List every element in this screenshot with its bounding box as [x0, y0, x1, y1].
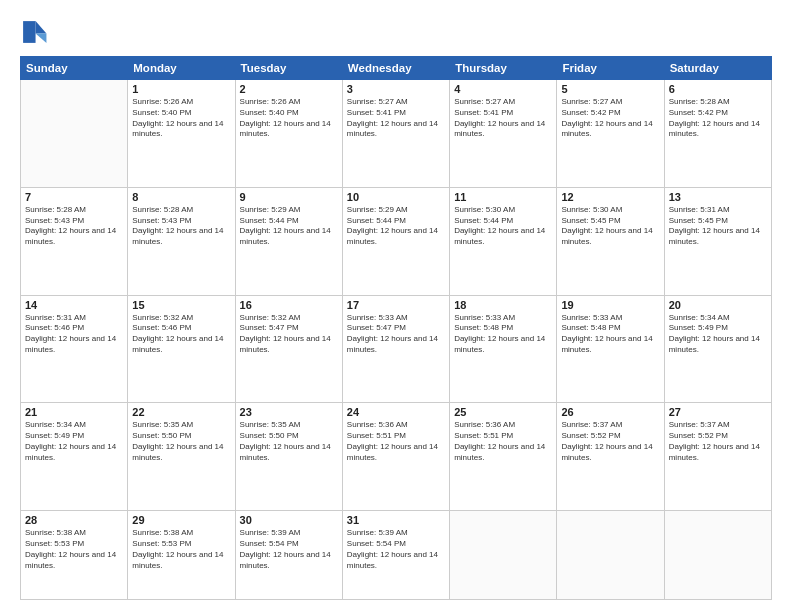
day-info: Sunrise: 5:32 AM Sunset: 5:46 PM Dayligh… [132, 313, 230, 356]
day-number: 26 [561, 406, 659, 418]
day-info: Sunrise: 5:26 AM Sunset: 5:40 PM Dayligh… [240, 97, 338, 140]
day-info: Sunrise: 5:28 AM Sunset: 5:43 PM Dayligh… [132, 205, 230, 248]
day-number: 2 [240, 83, 338, 95]
calendar-cell: 8Sunrise: 5:28 AM Sunset: 5:43 PM Daylig… [128, 187, 235, 295]
weekday-header-saturday: Saturday [664, 57, 771, 80]
calendar-cell: 25Sunrise: 5:36 AM Sunset: 5:51 PM Dayli… [450, 403, 557, 511]
calendar-cell: 20Sunrise: 5:34 AM Sunset: 5:49 PM Dayli… [664, 295, 771, 403]
day-info: Sunrise: 5:28 AM Sunset: 5:43 PM Dayligh… [25, 205, 123, 248]
calendar-cell [557, 511, 664, 600]
calendar-cell: 14Sunrise: 5:31 AM Sunset: 5:46 PM Dayli… [21, 295, 128, 403]
day-number: 17 [347, 299, 445, 311]
calendar-cell: 6Sunrise: 5:28 AM Sunset: 5:42 PM Daylig… [664, 80, 771, 188]
logo [20, 18, 52, 46]
calendar-cell [450, 511, 557, 600]
day-info: Sunrise: 5:38 AM Sunset: 5:53 PM Dayligh… [132, 528, 230, 571]
day-number: 7 [25, 191, 123, 203]
day-info: Sunrise: 5:39 AM Sunset: 5:54 PM Dayligh… [347, 528, 445, 571]
weekday-header-wednesday: Wednesday [342, 57, 449, 80]
day-number: 16 [240, 299, 338, 311]
day-number: 22 [132, 406, 230, 418]
day-number: 31 [347, 514, 445, 526]
calendar-cell: 1Sunrise: 5:26 AM Sunset: 5:40 PM Daylig… [128, 80, 235, 188]
week-row-5: 28Sunrise: 5:38 AM Sunset: 5:53 PM Dayli… [21, 511, 772, 600]
day-number: 21 [25, 406, 123, 418]
day-info: Sunrise: 5:38 AM Sunset: 5:53 PM Dayligh… [25, 528, 123, 571]
day-info: Sunrise: 5:31 AM Sunset: 5:46 PM Dayligh… [25, 313, 123, 356]
calendar-cell: 26Sunrise: 5:37 AM Sunset: 5:52 PM Dayli… [557, 403, 664, 511]
calendar-cell: 3Sunrise: 5:27 AM Sunset: 5:41 PM Daylig… [342, 80, 449, 188]
weekday-header-sunday: Sunday [21, 57, 128, 80]
week-row-2: 7Sunrise: 5:28 AM Sunset: 5:43 PM Daylig… [21, 187, 772, 295]
weekday-header-tuesday: Tuesday [235, 57, 342, 80]
day-info: Sunrise: 5:34 AM Sunset: 5:49 PM Dayligh… [669, 313, 767, 356]
day-number: 28 [25, 514, 123, 526]
weekday-header-row: SundayMondayTuesdayWednesdayThursdayFrid… [21, 57, 772, 80]
weekday-header-thursday: Thursday [450, 57, 557, 80]
day-number: 1 [132, 83, 230, 95]
day-number: 11 [454, 191, 552, 203]
weekday-header-friday: Friday [557, 57, 664, 80]
calendar-cell: 31Sunrise: 5:39 AM Sunset: 5:54 PM Dayli… [342, 511, 449, 600]
calendar-cell: 5Sunrise: 5:27 AM Sunset: 5:42 PM Daylig… [557, 80, 664, 188]
calendar-cell: 29Sunrise: 5:38 AM Sunset: 5:53 PM Dayli… [128, 511, 235, 600]
week-row-1: 1Sunrise: 5:26 AM Sunset: 5:40 PM Daylig… [21, 80, 772, 188]
day-number: 19 [561, 299, 659, 311]
logo-icon [20, 18, 48, 46]
day-info: Sunrise: 5:35 AM Sunset: 5:50 PM Dayligh… [132, 420, 230, 463]
day-info: Sunrise: 5:28 AM Sunset: 5:42 PM Dayligh… [669, 97, 767, 140]
day-number: 3 [347, 83, 445, 95]
calendar-cell: 2Sunrise: 5:26 AM Sunset: 5:40 PM Daylig… [235, 80, 342, 188]
day-number: 18 [454, 299, 552, 311]
day-number: 6 [669, 83, 767, 95]
calendar-cell: 24Sunrise: 5:36 AM Sunset: 5:51 PM Dayli… [342, 403, 449, 511]
day-info: Sunrise: 5:27 AM Sunset: 5:41 PM Dayligh… [454, 97, 552, 140]
calendar-cell: 18Sunrise: 5:33 AM Sunset: 5:48 PM Dayli… [450, 295, 557, 403]
day-number: 23 [240, 406, 338, 418]
day-number: 8 [132, 191, 230, 203]
day-info: Sunrise: 5:30 AM Sunset: 5:45 PM Dayligh… [561, 205, 659, 248]
day-number: 24 [347, 406, 445, 418]
calendar-cell: 22Sunrise: 5:35 AM Sunset: 5:50 PM Dayli… [128, 403, 235, 511]
day-info: Sunrise: 5:37 AM Sunset: 5:52 PM Dayligh… [561, 420, 659, 463]
calendar-cell: 7Sunrise: 5:28 AM Sunset: 5:43 PM Daylig… [21, 187, 128, 295]
day-info: Sunrise: 5:31 AM Sunset: 5:45 PM Dayligh… [669, 205, 767, 248]
calendar-cell: 23Sunrise: 5:35 AM Sunset: 5:50 PM Dayli… [235, 403, 342, 511]
calendar-cell: 21Sunrise: 5:34 AM Sunset: 5:49 PM Dayli… [21, 403, 128, 511]
day-info: Sunrise: 5:27 AM Sunset: 5:42 PM Dayligh… [561, 97, 659, 140]
calendar-cell: 10Sunrise: 5:29 AM Sunset: 5:44 PM Dayli… [342, 187, 449, 295]
week-row-4: 21Sunrise: 5:34 AM Sunset: 5:49 PM Dayli… [21, 403, 772, 511]
day-number: 27 [669, 406, 767, 418]
day-info: Sunrise: 5:29 AM Sunset: 5:44 PM Dayligh… [347, 205, 445, 248]
day-number: 14 [25, 299, 123, 311]
day-info: Sunrise: 5:39 AM Sunset: 5:54 PM Dayligh… [240, 528, 338, 571]
calendar-cell: 19Sunrise: 5:33 AM Sunset: 5:48 PM Dayli… [557, 295, 664, 403]
calendar-cell: 16Sunrise: 5:32 AM Sunset: 5:47 PM Dayli… [235, 295, 342, 403]
calendar-cell: 15Sunrise: 5:32 AM Sunset: 5:46 PM Dayli… [128, 295, 235, 403]
day-info: Sunrise: 5:29 AM Sunset: 5:44 PM Dayligh… [240, 205, 338, 248]
day-info: Sunrise: 5:36 AM Sunset: 5:51 PM Dayligh… [347, 420, 445, 463]
weekday-header-monday: Monday [128, 57, 235, 80]
header [20, 18, 772, 46]
day-number: 15 [132, 299, 230, 311]
day-number: 4 [454, 83, 552, 95]
calendar-cell: 11Sunrise: 5:30 AM Sunset: 5:44 PM Dayli… [450, 187, 557, 295]
calendar-cell: 13Sunrise: 5:31 AM Sunset: 5:45 PM Dayli… [664, 187, 771, 295]
day-info: Sunrise: 5:33 AM Sunset: 5:47 PM Dayligh… [347, 313, 445, 356]
calendar-table: SundayMondayTuesdayWednesdayThursdayFrid… [20, 56, 772, 600]
day-number: 29 [132, 514, 230, 526]
day-info: Sunrise: 5:33 AM Sunset: 5:48 PM Dayligh… [561, 313, 659, 356]
day-info: Sunrise: 5:34 AM Sunset: 5:49 PM Dayligh… [25, 420, 123, 463]
day-number: 30 [240, 514, 338, 526]
calendar-cell: 4Sunrise: 5:27 AM Sunset: 5:41 PM Daylig… [450, 80, 557, 188]
day-number: 5 [561, 83, 659, 95]
calendar-cell: 17Sunrise: 5:33 AM Sunset: 5:47 PM Dayli… [342, 295, 449, 403]
day-info: Sunrise: 5:27 AM Sunset: 5:41 PM Dayligh… [347, 97, 445, 140]
day-number: 9 [240, 191, 338, 203]
svg-marker-1 [36, 34, 47, 43]
calendar-cell: 12Sunrise: 5:30 AM Sunset: 5:45 PM Dayli… [557, 187, 664, 295]
calendar-cell: 9Sunrise: 5:29 AM Sunset: 5:44 PM Daylig… [235, 187, 342, 295]
page: SundayMondayTuesdayWednesdayThursdayFrid… [0, 0, 792, 612]
day-info: Sunrise: 5:35 AM Sunset: 5:50 PM Dayligh… [240, 420, 338, 463]
day-info: Sunrise: 5:30 AM Sunset: 5:44 PM Dayligh… [454, 205, 552, 248]
